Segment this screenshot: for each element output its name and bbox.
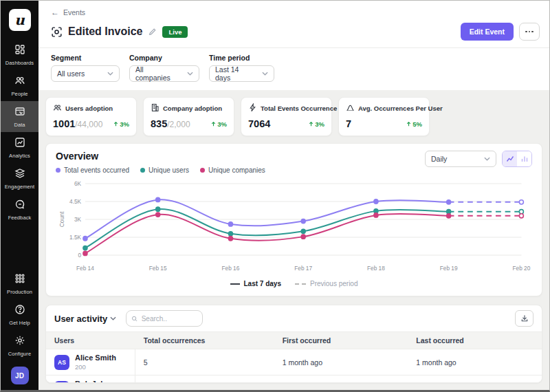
sidebar-item-label: Dashboards xyxy=(6,60,34,66)
company-select[interactable]: All companies xyxy=(129,65,199,82)
sidebar-item-feedback[interactable]: Feedback xyxy=(1,194,38,225)
chevron-down-icon xyxy=(262,72,268,76)
sidebar-item-engagement[interactable]: Engagement xyxy=(1,163,38,194)
app-logo[interactable]: u xyxy=(9,9,31,31)
stat-card-total-events: Total Events Occurrence 7064 3% xyxy=(241,97,332,136)
app-window: u Dashboards People Data Analytics Engag… xyxy=(0,0,550,392)
svg-text:Feb 15: Feb 15 xyxy=(149,265,167,272)
legend-unique-companies[interactable]: Unique companies xyxy=(200,166,265,174)
chart-legend: Total events occurred Unique users Uniqu… xyxy=(56,166,265,174)
sidebar-item-label: Data xyxy=(14,122,25,128)
search-box xyxy=(126,310,203,327)
chevron-down-icon xyxy=(110,316,116,320)
svg-text:1.5K: 1.5K xyxy=(69,234,81,241)
sidebar-item-get-help[interactable]: Get Help xyxy=(1,299,38,330)
sidebar-item-configure[interactable]: Configure xyxy=(1,330,38,361)
sidebar-item-label: Feedback xyxy=(8,215,32,221)
content-area: Users adoption 1001/44,000 3% Company ad… xyxy=(38,90,549,390)
svg-text:0: 0 xyxy=(78,252,81,259)
legend-unique-users[interactable]: Unique users xyxy=(140,166,189,174)
back-arrow-icon[interactable]: ← xyxy=(51,8,59,17)
legend-last-7-days: Last 7 days xyxy=(230,280,281,287)
sidebar-item-production[interactable]: Production xyxy=(1,268,38,299)
stat-value: 7 xyxy=(346,118,351,129)
column-header-users[interactable]: Users xyxy=(46,332,135,349)
svg-text:3K: 3K xyxy=(74,216,82,223)
stat-total: /44,000 xyxy=(75,120,102,129)
legend-previous-period: Previous period xyxy=(295,280,358,287)
column-header-total-occurrences[interactable]: Total occurrences xyxy=(135,332,274,349)
more-options-button[interactable] xyxy=(519,23,540,41)
feedback-icon xyxy=(14,199,25,213)
dashboards-icon xyxy=(14,44,25,58)
bar-chart-toggle-button[interactable] xyxy=(517,151,531,166)
legend-total-events[interactable]: Total events occurred xyxy=(56,166,129,174)
stat-label: Avg. Occurrences Per User xyxy=(358,105,443,112)
solid-line-sample xyxy=(230,283,240,285)
last-occurred-value: 1 month ago xyxy=(408,355,542,370)
chart-canvas: 01.5K3K4.5K6KFeb 14Feb 15Feb 16Feb 17Feb… xyxy=(56,175,532,277)
edit-event-button[interactable]: Edit Event xyxy=(461,23,514,41)
user-name[interactable]: Bob Johnson xyxy=(75,380,123,383)
line-chart[interactable]: 01.5K3K4.5K6KFeb 14Feb 15Feb 16Feb 17Feb… xyxy=(56,175,532,277)
user-avatar[interactable]: JD xyxy=(11,367,29,384)
avatar: BJ xyxy=(54,381,69,383)
line-chart-toggle-button[interactable] xyxy=(503,151,517,166)
breadcrumb[interactable]: ← Events xyxy=(38,1,549,17)
people-icon xyxy=(14,75,25,89)
help-icon xyxy=(14,304,25,318)
svg-text:Feb 18: Feb 18 xyxy=(367,265,385,272)
overview-title: Overview xyxy=(56,151,265,162)
granularity-value: Daily xyxy=(431,155,447,163)
title-row: Edited Invoice Live Edit Event xyxy=(38,17,549,48)
svg-text:Feb 14: Feb 14 xyxy=(76,265,94,272)
arrow-up-icon xyxy=(113,121,119,127)
edit-title-pencil-icon[interactable] xyxy=(148,28,157,36)
time-period-filter-label: Time period xyxy=(209,54,274,62)
segment-filter: Segment All users xyxy=(51,54,120,82)
engagement-icon xyxy=(14,168,25,182)
back-label[interactable]: Events xyxy=(63,8,85,17)
table-body: AS Alice Smith200 5 1 month ago 1 month … xyxy=(46,349,542,383)
stat-label: Company adoption xyxy=(163,105,222,112)
segment-select[interactable]: All users xyxy=(51,65,120,82)
arrow-up-icon xyxy=(308,121,314,127)
sidebar-item-label: Get Help xyxy=(9,320,30,326)
table-row[interactable]: BJ Bob Johnson201 5 1 month ago 1 month … xyxy=(46,375,542,383)
live-status-badge: Live xyxy=(162,26,188,38)
gear-icon xyxy=(14,335,25,349)
sidebar-footer: Production Get Help Configure JD xyxy=(1,268,38,390)
page-title: Edited Invoice xyxy=(68,25,142,38)
stat-label: Users adoption xyxy=(65,105,113,112)
last-occurred-value: 1 month ago xyxy=(408,381,542,383)
dashed-line-sample xyxy=(295,283,306,285)
user-activity-table: Users Total occurrences First occurred L… xyxy=(46,331,542,383)
table-row[interactable]: AS Alice Smith200 5 1 month ago 1 month … xyxy=(46,349,542,375)
download-icon xyxy=(520,314,529,323)
period-legend: Last 7 days Previous period xyxy=(56,277,532,292)
svg-text:Count: Count xyxy=(58,211,65,227)
sidebar-item-people[interactable]: People xyxy=(1,70,38,101)
stat-total: /2,000 xyxy=(167,120,190,129)
sidebar-item-dashboards[interactable]: Dashboards xyxy=(1,39,38,70)
stat-change-badge: 5% xyxy=(406,120,422,128)
granularity-select[interactable]: Daily xyxy=(425,151,496,167)
user-name[interactable]: Alice Smith xyxy=(75,353,116,363)
time-period-filter: Time period Last 14 days xyxy=(209,54,274,82)
sidebar-item-label: Analytics xyxy=(9,153,30,159)
search-input[interactable] xyxy=(142,315,198,323)
stat-value: 835 xyxy=(151,118,167,129)
search-icon xyxy=(131,315,138,323)
overview-card: Overview Total events occurred Unique us… xyxy=(45,143,542,296)
stat-card-company-adoption: Company adoption 835/2,000 3% xyxy=(143,97,234,136)
column-header-last-occurred[interactable]: Last occurred xyxy=(408,332,542,349)
column-header-first-occurred[interactable]: First occurred xyxy=(274,332,408,349)
company-select-value: All companies xyxy=(135,65,180,82)
user-activity-title[interactable]: User activity xyxy=(54,314,116,324)
time-period-select[interactable]: Last 14 days xyxy=(209,65,274,82)
sidebar-item-label: Production xyxy=(7,289,32,295)
download-button[interactable] xyxy=(515,310,534,327)
stat-card-avg-occurrences: Avg. Occurrences Per User 7 5% xyxy=(338,97,430,136)
sidebar-item-data[interactable]: Data xyxy=(1,101,38,132)
sidebar-item-analytics[interactable]: Analytics xyxy=(1,132,38,163)
